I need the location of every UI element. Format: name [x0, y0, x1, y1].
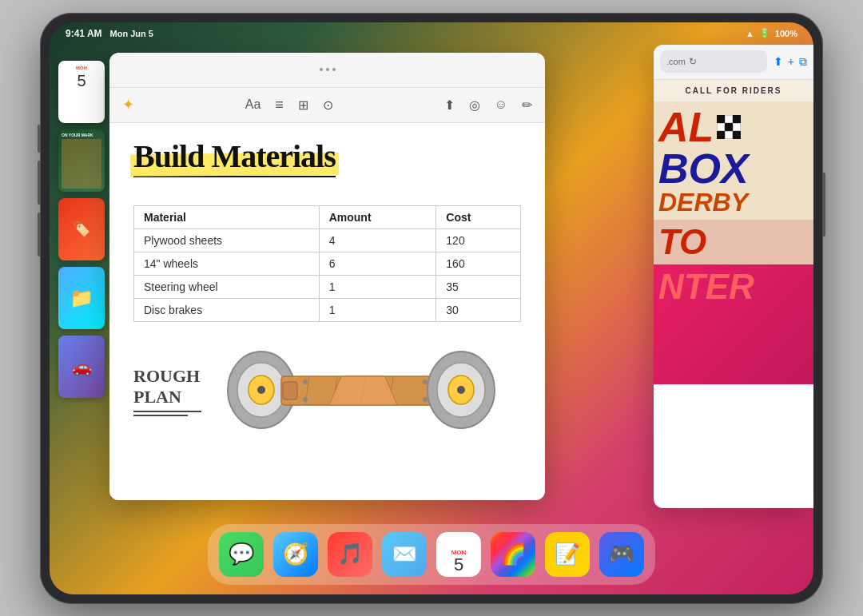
cost-3: 35: [436, 275, 521, 298]
volume-up-button[interactable]: [38, 125, 40, 153]
call-for-riders: CALL FOR RIDERS: [660, 86, 807, 95]
collapse-icon[interactable]: ✦: [122, 96, 134, 113]
battery-icon: 🔋: [759, 28, 770, 38]
music-icon: 🎵: [337, 542, 363, 566]
rough-plan-label2: PLAN: [133, 387, 201, 407]
safari-actions: ⬆ + ⧉: [774, 55, 807, 69]
right-toolbar-icons: ⬆ ◎ ☺ ✏: [444, 97, 532, 113]
cost-4: 30: [436, 298, 521, 321]
rough-plan-area: ROUGH PLAN: [133, 338, 521, 445]
col-amount: Amount: [319, 205, 436, 229]
cal-day: 5: [77, 72, 86, 90]
toolbar-dot-2: [326, 68, 329, 71]
col-material: Material: [134, 205, 320, 229]
cost-1: 120: [436, 229, 521, 252]
poster-al: AL: [658, 106, 714, 148]
notes-body: Build Materials Material Amount Cost: [109, 123, 545, 500]
svg-point-11: [303, 380, 308, 384]
volume-down-button[interactable]: [38, 161, 40, 205]
compose-icon[interactable]: ✏: [522, 97, 532, 113]
table-row: Steering wheel 1 35: [134, 275, 521, 298]
wifi-icon: ▲: [746, 29, 754, 38]
table-row: 14" wheels 6 160: [134, 252, 521, 275]
dock-app-safari[interactable]: 🧭: [273, 532, 318, 577]
amount-2: 6: [319, 252, 436, 275]
text-format-icon[interactable]: Aa: [245, 97, 261, 112]
table-icon[interactable]: ⊞: [298, 97, 308, 113]
table-row: Plywood sheets 4 120: [134, 229, 521, 252]
sidebar-thumb-video[interactable]: ON YOUR MARK: [58, 129, 105, 192]
sidebar-thumb-calendar[interactable]: MON 5: [58, 61, 105, 123]
mute-button[interactable]: [38, 213, 40, 256]
photos-icon: 🌈: [500, 542, 526, 566]
dock-app-messages[interactable]: 💬: [219, 532, 264, 577]
notes-window: ✦ Aa ≡ ⊞ ⊙ ⬆ ◎ ☺ ✏: [109, 53, 545, 500]
safari-urlbar[interactable]: .com ↻: [660, 50, 767, 73]
dock-app-mail[interactable]: ✉️: [382, 532, 427, 577]
emoji-icon[interactable]: ☺: [495, 97, 507, 112]
note-title: Build Materials: [133, 139, 336, 174]
safari-tabs-icon[interactable]: ⧉: [799, 55, 807, 69]
notes-icon: 📝: [555, 542, 580, 566]
video-label: ON YOUR MARK: [62, 133, 101, 137]
status-bar: 9:41 AM Mon Jun 5 ▲ 🔋 100%: [50, 22, 813, 45]
poster-to: TO: [658, 225, 809, 260]
safari-share-icon[interactable]: ⬆: [774, 55, 783, 69]
derby-car-svg: [217, 338, 505, 442]
svg-point-18: [457, 386, 465, 394]
content-toolbar-icons: Aa ≡ ⊞ ⊙: [245, 97, 333, 113]
files-icon: 📁: [58, 267, 105, 329]
app1-icon: 🏷️: [58, 198, 105, 260]
materials-table: Material Amount Cost Plywood sheets 4 12…: [133, 205, 521, 322]
poster-enter-area: TO: [654, 220, 813, 264]
poster-enter: NTER: [658, 269, 754, 304]
poster-body: AL: [654, 101, 813, 220]
arcade-icon: 🎮: [609, 542, 634, 566]
messages-icon: 💬: [229, 542, 254, 566]
svg-point-13: [303, 397, 308, 402]
rough-plan-label: ROUGH: [133, 366, 201, 387]
amount-4: 1: [319, 298, 436, 321]
cal-month: MON: [62, 64, 101, 72]
safari-add-icon[interactable]: +: [788, 55, 794, 69]
ipad-screen: 9:41 AM Mon Jun 5 ▲ 🔋 100% MON 5 ON YOUR…: [50, 22, 813, 594]
sidebar-thumb-files[interactable]: 📁: [58, 267, 105, 329]
toolbar-dots: [320, 68, 336, 71]
share-icon[interactable]: ⬆: [444, 97, 455, 113]
notes-top-toolbar: [109, 53, 545, 88]
status-date: Mon Jun 5: [110, 29, 153, 38]
sidebar-thumb-car[interactable]: 🚗: [58, 336, 105, 398]
dock: 💬 🧭 🎵 ✉️ MON 5 🌈 📝 🎮: [208, 524, 655, 585]
mail-icon: ✉️: [392, 542, 417, 566]
dock-app-music[interactable]: 🎵: [328, 532, 372, 577]
svg-point-14: [423, 397, 428, 402]
ipad-frame: 9:41 AM Mon Jun 5 ▲ 🔋 100% MON 5 ON YOUR…: [40, 13, 823, 604]
safari-icon: 🧭: [283, 542, 308, 566]
power-button[interactable]: [823, 173, 825, 236]
camera-icon[interactable]: ⊙: [323, 97, 333, 113]
checkerboard: [717, 115, 741, 139]
reload-icon[interactable]: ↻: [689, 56, 697, 67]
sidebar-thumb-app1[interactable]: 🏷️: [58, 198, 105, 260]
material-2: 14" wheels: [134, 252, 320, 275]
cost-2: 160: [436, 252, 521, 275]
material-4: Disc brakes: [134, 298, 320, 321]
markup-icon[interactable]: ◎: [469, 97, 480, 113]
dock-app-calendar[interactable]: MON 5: [436, 532, 481, 577]
safari-toolbar: .com ↻ ⬆ + ⧉: [654, 45, 813, 80]
checklist-icon[interactable]: ≡: [275, 97, 284, 113]
safari-window: .com ↻ ⬆ + ⧉ CALL FOR RIDERS: [654, 45, 813, 508]
dock-app-notes[interactable]: 📝: [545, 532, 590, 577]
multitask-area: MON 5 ON YOUR MARK 🏷️ 📁 🚗: [50, 45, 813, 527]
toolbar-dot-1: [320, 68, 323, 71]
dock-app-photos[interactable]: 🌈: [491, 532, 535, 577]
amount-3: 1: [319, 275, 436, 298]
poster-header: CALL FOR RIDERS: [654, 80, 813, 101]
sidebar-apps: MON 5 ON YOUR MARK 🏷️ 📁 🚗: [50, 45, 113, 527]
car-icon: 🚗: [58, 336, 105, 398]
amount-1: 4: [319, 229, 436, 252]
derby-sketch: [217, 338, 521, 445]
dock-app-arcade[interactable]: 🎮: [599, 532, 644, 577]
svg-rect-19: [283, 382, 297, 399]
material-1: Plywood sheets: [134, 229, 320, 252]
